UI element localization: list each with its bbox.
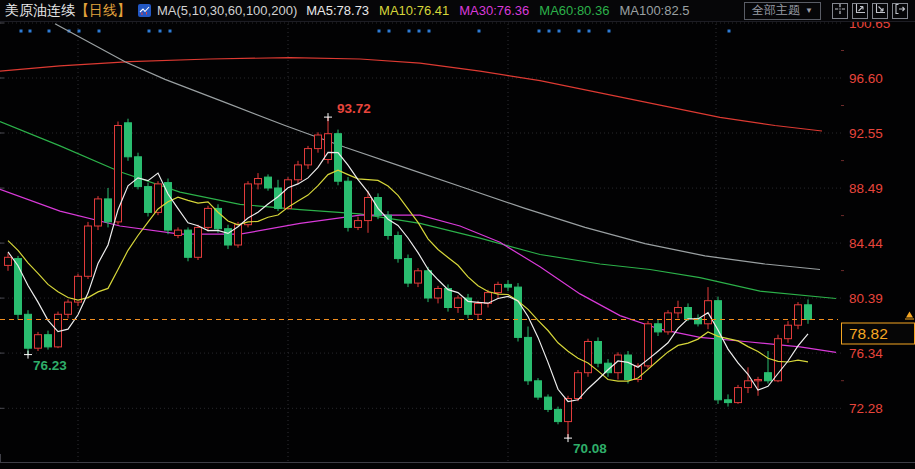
candlestick-chart-icon <box>138 4 151 17</box>
ma100-value: MA100:82.5 <box>619 3 689 18</box>
svg-text:96.60: 96.60 <box>849 71 883 86</box>
current-price-value: 78.82 <box>849 325 888 342</box>
symbol-title: 美原油连续 <box>5 2 75 20</box>
price-chart-canvas[interactable]: 76.2393.7270.08100.6596.6092.5588.4984.4… <box>0 0 915 469</box>
shift-right-button[interactable] <box>892 3 908 19</box>
fit-vertical-axis-icon <box>854 3 866 18</box>
crosshair-button[interactable] <box>832 3 848 19</box>
ma10-value: MA10:76.41 <box>379 3 449 18</box>
svg-text:88.49: 88.49 <box>849 181 883 196</box>
svg-text:80.39: 80.39 <box>849 291 883 306</box>
theme-selector-label: 全部主题 <box>752 2 800 19</box>
fit-horizontal-axis-icon <box>874 3 886 18</box>
svg-text:92.55: 92.55 <box>849 126 883 141</box>
crosshair-icon <box>834 3 846 18</box>
high-annotation-label: 93.72 <box>337 101 371 116</box>
fit-horizontal-axis-button[interactable] <box>872 3 888 19</box>
fit-vertical-axis-button[interactable] <box>852 3 868 19</box>
chevron-down-icon: ▼ <box>805 6 813 15</box>
shift-right-icon <box>894 3 906 18</box>
theme-selector[interactable]: 全部主题 ▼ <box>744 2 821 20</box>
chart-header: 美原油连续 【日线】 MA(5,10,30,60,100,200) MA5:78… <box>0 0 915 22</box>
svg-text:76.34: 76.34 <box>849 346 883 361</box>
low-annotation-label: 70.08 <box>573 441 607 456</box>
svg-text:72.28: 72.28 <box>849 401 883 416</box>
ma60-value: MA60:80.36 <box>539 3 609 18</box>
ma5-value: MA5:78.73 <box>306 3 369 18</box>
chart-window: 美原油连续 【日线】 MA(5,10,30,60,100,200) MA5:78… <box>0 0 915 469</box>
low-annotation-label: 76.23 <box>33 358 67 373</box>
ma-settings-label[interactable]: MA(5,10,30,60,100,200) <box>157 3 297 18</box>
svg-text:84.44: 84.44 <box>849 236 883 251</box>
period-label[interactable]: 【日线】 <box>75 2 131 20</box>
ma30-value: MA30:76.36 <box>459 3 529 18</box>
